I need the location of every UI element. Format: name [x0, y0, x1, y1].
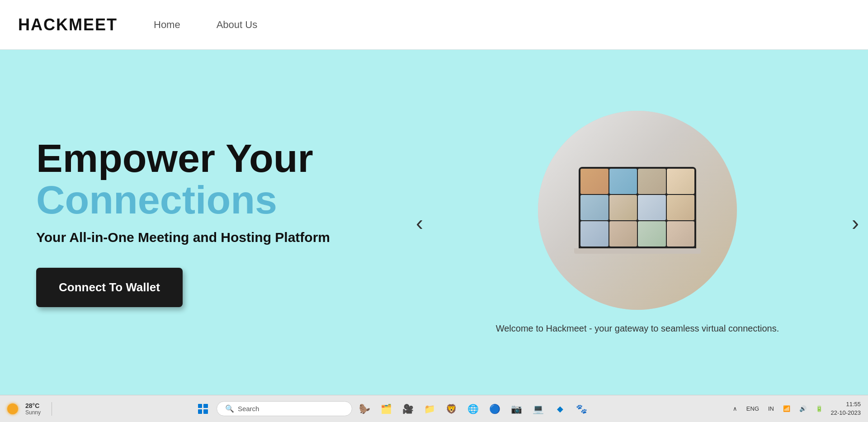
- laptop-screen: [579, 167, 696, 248]
- weather-widget: 28°C Sunny: [25, 402, 41, 416]
- video-tile: [580, 221, 609, 247]
- hero-title-line2: Connections: [36, 179, 425, 221]
- taskbar-search[interactable]: 🔍 Search: [217, 401, 352, 416]
- video-tile: [638, 221, 666, 247]
- weather-desc: Sunny: [25, 409, 41, 416]
- search-icon: 🔍: [225, 404, 234, 413]
- hero-subtitle: Your All-in-One Meeting and Hosting Plat…: [36, 230, 425, 245]
- video-tile: [638, 169, 666, 194]
- system-tray: ∧: [730, 404, 740, 413]
- nav-links: Home About Us: [154, 19, 257, 31]
- video-tile: [609, 169, 637, 194]
- video-tile: [580, 195, 609, 220]
- expand-tray-button[interactable]: ∧: [730, 404, 740, 413]
- taskbar-app-video[interactable]: 🎥: [399, 400, 417, 418]
- taskbar-app-terminal[interactable]: 💻: [529, 400, 547, 418]
- taskbar: 28°C Sunny 🔍 Search 🦫 🗂️ 🎥 📁 🦁 🌐 🔵 📷 💻 ◆…: [0, 395, 868, 422]
- hero-right: ‹: [443, 111, 832, 334]
- nav-item-home[interactable]: Home: [154, 19, 180, 31]
- taskbar-app-extra[interactable]: 🐾: [573, 400, 591, 418]
- clock-date: 22-10-2023: [831, 409, 861, 417]
- carousel-prev-button[interactable]: ‹: [416, 210, 423, 235]
- nav-item-about[interactable]: About Us: [217, 19, 258, 31]
- taskbar-app-vscode[interactable]: ◆: [551, 400, 569, 418]
- taskbar-app-chrome[interactable]: 🌐: [464, 400, 482, 418]
- navbar: HACKMEET Home About Us: [0, 0, 868, 50]
- video-tile: [609, 195, 637, 220]
- video-tile: [580, 169, 609, 194]
- hero-caption: Welcome to Hackmeet - your gateway to se…: [496, 323, 779, 334]
- weather-temp: 28°C: [25, 402, 39, 409]
- region-indicator: IN: [765, 404, 777, 413]
- laptop-illustration: [538, 111, 737, 310]
- connect-wallet-button[interactable]: Connect To Wallet: [36, 268, 183, 307]
- volume-icon[interactable]: 🔊: [797, 404, 809, 413]
- system-clock: 11:55 22-10-2023: [829, 400, 861, 417]
- weather-icon: [7, 403, 18, 414]
- taskbar-center: 🔍 Search 🦫 🗂️ 🎥 📁 🦁 🌐 🔵 📷 💻 ◆ 🐾: [58, 399, 726, 419]
- video-tile: [609, 221, 637, 247]
- video-tile: [667, 169, 695, 194]
- video-tile: [638, 195, 666, 220]
- hero-section: Empower Your Connections Your All-in-One…: [0, 50, 868, 395]
- wifi-icon: 📶: [780, 404, 793, 413]
- hero-title-line1: Empower Your: [36, 138, 425, 179]
- taskbar-divider: [52, 402, 52, 416]
- video-tile: [667, 221, 695, 247]
- laptop-base: [574, 248, 701, 254]
- video-tile: [667, 195, 695, 220]
- taskbar-app-folder[interactable]: 📁: [421, 400, 439, 418]
- taskbar-app-brave[interactable]: 🦁: [443, 400, 461, 418]
- nav-link-home[interactable]: Home: [154, 19, 180, 30]
- taskbar-app-camera[interactable]: 📷: [508, 400, 526, 418]
- nav-link-about[interactable]: About Us: [217, 19, 258, 30]
- clock-time: 11:55: [846, 400, 861, 408]
- taskbar-app-meet[interactable]: 🔵: [486, 400, 504, 418]
- search-bar-label: Search: [238, 405, 259, 413]
- battery-icon: 🔋: [813, 404, 826, 413]
- language-indicator: ENG: [744, 404, 762, 413]
- logo[interactable]: HACKMEET: [18, 15, 118, 34]
- carousel-next-button[interactable]: ›: [852, 210, 859, 235]
- taskbar-app-files[interactable]: 🗂️: [377, 400, 396, 418]
- start-button[interactable]: [193, 399, 213, 419]
- hero-left: Empower Your Connections Your All-in-One…: [36, 138, 443, 308]
- taskbar-right: ∧ ENG IN 📶 🔊 🔋 11:55 22-10-2023: [730, 400, 861, 417]
- taskbar-app-beaver[interactable]: 🦫: [356, 400, 374, 418]
- hero-image: [538, 111, 737, 310]
- windows-logo-icon: [198, 404, 208, 414]
